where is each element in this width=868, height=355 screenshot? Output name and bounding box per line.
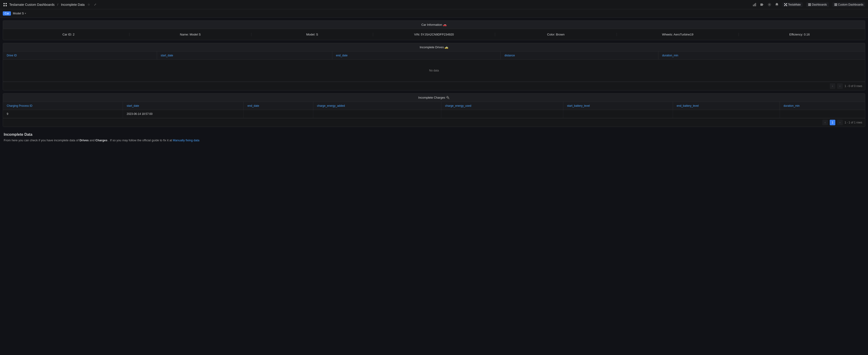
drives-col-start-date[interactable]: start_date: [157, 52, 332, 60]
drives-col-end-date[interactable]: end_date: [332, 52, 501, 60]
charges-col-start-date[interactable]: start_date: [123, 102, 244, 110]
star-button[interactable]: ☆: [87, 2, 91, 7]
svg-rect-0: [3, 3, 5, 4]
list-icon-dashboards: [808, 3, 811, 6]
charges-row-count: 1 - 1 of 1 rows: [844, 121, 862, 124]
custom-dashboards-nav-link[interactable]: Custom Dashboards: [833, 2, 865, 7]
charge-cell-charging_process_id: 9: [3, 110, 123, 118]
charges-next-btn[interactable]: ›: [837, 120, 843, 125]
drives-pagination: ‹ › 1 - 0 of 0 rows: [3, 82, 865, 90]
share-icon: ⤢: [94, 3, 96, 6]
svg-rect-18: [834, 3, 837, 4]
svg-rect-4: [753, 5, 754, 6]
car-info-panel: Car Information 🚗 Car ID: 2 Name: Model …: [3, 21, 865, 40]
toolbar-left: Car Model S ▾: [3, 11, 26, 16]
charges-table-wrapper: Charging Process ID start_date end_date …: [3, 102, 865, 118]
car-id: Car ID: 2: [8, 33, 129, 36]
bell-icon[interactable]: [775, 3, 779, 6]
charges-col-energy-added[interactable]: charge_energy_added: [313, 102, 441, 110]
chart-icon[interactable]: [753, 3, 756, 6]
charges-col-process-id[interactable]: Charging Process ID: [3, 102, 123, 110]
car-vin: VIN: 5YJSA2CN9DFP234920: [373, 33, 495, 36]
charges-table-header-row: Charging Process ID start_date end_date …: [3, 102, 865, 110]
video-icon[interactable]: [760, 3, 764, 6]
charges-prev-btn[interactable]: ‹: [822, 120, 828, 125]
drives-table: Drive ID start_date end_date distance du: [3, 52, 865, 82]
model-label: Model S: [13, 11, 24, 15]
drives-table-header-row: Drive ID start_date end_date distance du: [3, 52, 865, 60]
svg-rect-17: [808, 5, 811, 6]
car-model: Model: S: [251, 33, 373, 36]
drives-col-distance[interactable]: distance: [501, 52, 658, 60]
svg-rect-6: [755, 3, 756, 6]
chevron-down-icon: ▾: [25, 12, 26, 14]
table-row: 92023-06-14 18:57:00: [3, 110, 865, 118]
charge-cell-duration_min: [780, 110, 865, 118]
dashboards-label: Dashboards: [812, 3, 827, 6]
breadcrumb-page: Incomplete Data: [61, 3, 85, 6]
svg-rect-1: [6, 3, 7, 4]
svg-rect-10: [784, 3, 785, 4]
car-info-header: Car Information 🚗: [3, 21, 865, 29]
teslamate-nav-link[interactable]: TeslaМate: [782, 2, 803, 7]
star-icon: ☆: [87, 3, 90, 6]
charges-col-end-battery[interactable]: end_battery_level: [673, 102, 780, 110]
charge-cell-start_date: 2023-06-14 18:57:00: [123, 110, 244, 118]
svg-point-9: [769, 4, 770, 5]
charges-col-energy-used[interactable]: charge_energy_used: [441, 102, 563, 110]
incomplete-drives-panel: Incomplete Drives 🚕 Drive ID start_date …: [3, 43, 865, 90]
car-color: Color: Brown: [495, 33, 617, 36]
model-selector[interactable]: Model S ▾: [13, 11, 26, 15]
toolbar: Car Model S ▾: [0, 9, 868, 18]
footer-title: Incomplete Data: [4, 132, 864, 137]
share-button[interactable]: ⤢: [93, 2, 97, 7]
charge-cell-charge_energy_added: [313, 110, 441, 118]
footer-section: Incomplete Data From here you can check …: [0, 130, 868, 146]
dashboards-nav-link[interactable]: Dashboards: [806, 2, 829, 7]
drives-col-drive-id[interactable]: Drive ID: [3, 52, 157, 60]
app-title: Teslamate Custom Dashboards: [9, 3, 55, 6]
drives-header: Incomplete Drives 🚕: [3, 43, 865, 52]
car-info-row: Car ID: 2 Name: Model S Model: S VIN: 5Y…: [3, 29, 865, 40]
teslamate-label: TeslaМate: [788, 3, 801, 6]
drives-row-count: 1 - 0 of 0 rows: [844, 85, 862, 88]
grid-small-icon: [784, 3, 787, 6]
charges-table: Charging Process ID start_date end_date …: [3, 102, 865, 118]
charge-cell-end_battery_level: [673, 110, 780, 118]
custom-dashboards-label: Custom Dashboards: [838, 3, 863, 6]
svg-rect-5: [754, 4, 755, 6]
footer-description: From here you can check if you have inco…: [4, 138, 864, 143]
svg-rect-3: [6, 5, 7, 6]
breadcrumb-separator: /: [57, 3, 58, 6]
charges-header: Incomplete Charges 🔌: [3, 93, 865, 102]
main-content: Car Information 🚗 Car ID: 2 Name: Model …: [0, 21, 868, 146]
settings-icon[interactable]: [768, 3, 771, 6]
drives-col-duration[interactable]: duration_min: [658, 52, 865, 60]
svg-rect-20: [834, 5, 837, 6]
breadcrumb: Teslamate Custom Dashboards / Incomplete…: [3, 2, 97, 7]
charge-cell-charge_energy_used: [441, 110, 563, 118]
charges-pagination: ‹ 1 › 1 - 1 of 1 rows: [3, 118, 865, 127]
drives-no-data-row: No data: [3, 60, 865, 82]
svg-rect-11: [786, 3, 787, 4]
manually-fixing-link[interactable]: Manually fixing data: [173, 139, 199, 142]
svg-rect-12: [784, 5, 785, 6]
charge-cell-end_date: [244, 110, 313, 118]
list-icon-custom: [834, 3, 837, 6]
drives-prev-btn[interactable]: ‹: [830, 83, 835, 89]
drives-table-wrapper: Drive ID start_date end_date distance du: [3, 52, 865, 82]
svg-rect-13: [786, 5, 787, 6]
top-nav: Teslamate Custom Dashboards / Incomplete…: [0, 0, 868, 9]
charges-col-start-battery[interactable]: start_battery_level: [563, 102, 673, 110]
charges-col-end-date[interactable]: end_date: [244, 102, 313, 110]
svg-rect-15: [808, 3, 811, 4]
drives-next-btn[interactable]: ›: [837, 83, 843, 89]
car-wheels: Wheels: AeroTurbine19: [617, 33, 739, 36]
car-name: Name: Model S: [129, 33, 251, 36]
charges-col-duration[interactable]: duration_min: [780, 102, 865, 110]
charges-page-1-btn[interactable]: 1: [830, 120, 835, 125]
drives-no-data-cell: No data: [3, 60, 865, 82]
app-grid-icon: [3, 2, 7, 7]
svg-rect-16: [808, 4, 811, 5]
svg-rect-7: [761, 3, 763, 6]
